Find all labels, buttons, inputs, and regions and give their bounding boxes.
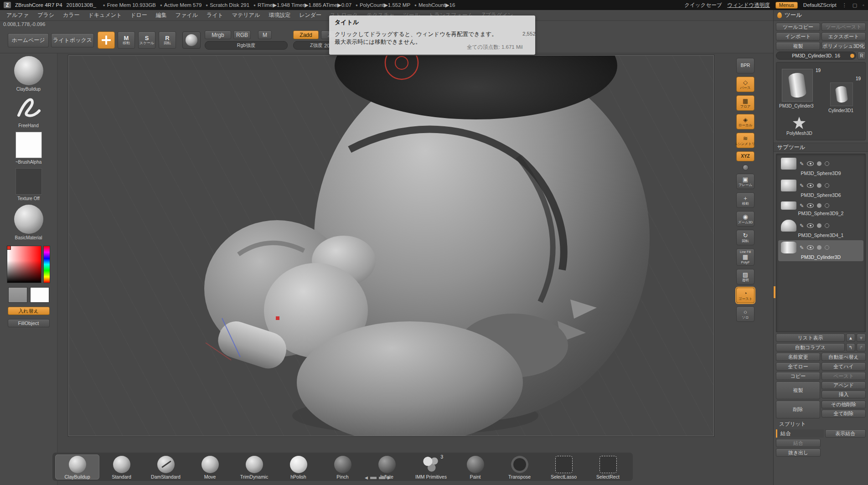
active-tool-slider[interactable]: PM3D_Cylinder3D. 16 (776, 52, 856, 60)
tray-brush-hpolish[interactable]: hPolish (276, 454, 320, 480)
mrgb-button[interactable]: Mrgb (205, 31, 231, 39)
scroll-handle[interactable] (379, 477, 385, 479)
window-icon[interactable]: ▢ (852, 2, 857, 8)
paint-toggle-icon[interactable] (817, 183, 822, 188)
rgb-button[interactable]: RGB (233, 31, 251, 39)
rename-button[interactable]: 名前変更 (776, 353, 820, 361)
eye-icon[interactable] (807, 161, 814, 166)
tray-tool-selectlasso[interactable]: SelectLasso (542, 454, 586, 480)
sculpt-model[interactable] (69, 56, 714, 436)
current-stroke-thumbnail[interactable] (14, 95, 43, 122)
hue-strip[interactable] (43, 246, 50, 283)
menu-color[interactable]: カラー (63, 11, 80, 19)
subtool-item[interactable]: ✎ PM3D_Sphere3D9 (778, 156, 863, 177)
paint-toggle-icon[interactable] (817, 203, 822, 208)
mask-toggle-icon[interactable] (825, 161, 829, 166)
paint-toggle-icon[interactable] (817, 161, 822, 166)
collapse-redo-button[interactable]: ↱ (857, 343, 866, 351)
local-symmetry-button[interactable]: ≋ Lシンメトリ (736, 133, 754, 148)
ghost-button[interactable]: ◔ ゴースト (736, 288, 754, 303)
pen-icon[interactable]: ✎ (800, 245, 804, 251)
subtool-item-selected[interactable]: ✎ PM3D_Cylinder3D (778, 240, 863, 261)
circle-icon[interactable]: ◦ (863, 2, 864, 8)
zadd-button[interactable]: Zadd (293, 31, 319, 39)
subtool-up-button[interactable]: ▲ (846, 334, 855, 342)
current-alpha-thumbnail[interactable] (16, 132, 42, 158)
menu-file[interactable]: ファイル (176, 11, 198, 19)
rotate-view-button[interactable]: ↻ 回転 (736, 230, 754, 245)
current-texture-thumbnail[interactable] (16, 168, 42, 195)
menu-light[interactable]: ライト (207, 11, 223, 19)
tray-scroll-controls[interactable]: ◀ ▶ (365, 475, 391, 480)
merge-visible-button[interactable]: 表示結合 (825, 429, 866, 438)
tray-brush-move[interactable]: Move (188, 454, 232, 480)
menus-toggle-button[interactable]: Menus (775, 2, 798, 9)
pen-icon[interactable]: ✎ (800, 223, 804, 229)
tray-tool-transpose[interactable]: Transpose (497, 454, 542, 480)
paste-subtool-button[interactable]: ペースト (822, 372, 866, 380)
homepage-button[interactable]: ホームページ (8, 33, 49, 47)
mask-toggle-icon[interactable] (825, 245, 829, 250)
current-brush-thumbnail[interactable] (14, 56, 43, 85)
scale-mode-button[interactable]: S スケール (138, 31, 155, 49)
main-color-swatch[interactable] (30, 287, 49, 303)
mask-toggle-icon[interactable] (825, 183, 829, 188)
solo-button[interactable]: ○ ソロ (736, 306, 754, 322)
tray-brush-pinch[interactable]: Pinch (320, 454, 365, 480)
subtool-thumbnail[interactable] (781, 180, 796, 191)
menu-dots-icon[interactable]: ⋮ (842, 2, 847, 8)
tool-paste-button[interactable]: ツールペースト (822, 23, 866, 31)
subtool-down-button[interactable]: ▼ (857, 334, 866, 342)
color-picker[interactable] (7, 246, 50, 283)
auto-sort-button[interactable]: 自動並べ替え (822, 353, 866, 361)
second-tool-thumbnail[interactable] (830, 83, 853, 106)
current-material-thumbnail[interactable] (14, 205, 43, 234)
switch-color-button[interactable]: 入れ替え (8, 307, 50, 315)
secondary-color-swatch[interactable] (8, 287, 27, 303)
quicksave-button[interactable]: クイックセーブ (684, 2, 722, 9)
pan-button[interactable]: ＋ 移動 (736, 192, 754, 208)
merge-section-label[interactable]: 結合 (776, 429, 824, 438)
r-button[interactable]: R (858, 52, 866, 60)
scroll-left-icon[interactable]: ◀ (365, 475, 368, 480)
lightbox-button[interactable]: ライトボックス (51, 33, 94, 47)
menu-brush[interactable]: ブラシ (37, 11, 54, 19)
menu-render[interactable]: レンダー (299, 11, 321, 19)
collapse-undo-button[interactable]: ↰ (846, 343, 855, 351)
tray-brush-standard[interactable]: Standard (99, 454, 144, 480)
tray-brush-imm-primitives[interactable]: 3 IMM Primitives (409, 454, 453, 480)
frame-button[interactable]: ▣ フレーム (736, 174, 754, 189)
make-polymesh3d-button[interactable]: ポリメッシュ3D化 (822, 42, 866, 50)
menu-draw[interactable]: ドロー (130, 11, 147, 19)
menu-material[interactable]: マテリアル (232, 11, 260, 19)
floor-button[interactable]: ▦ フロア (736, 95, 754, 111)
tray-brush-damstandard[interactable]: DamStandard (144, 454, 188, 480)
polymesh3d-tool[interactable]: PolyMesh3D (786, 116, 812, 136)
extract-button[interactable]: 抜き出し (776, 449, 821, 457)
tray-brush-paint[interactable]: Paint (453, 454, 497, 480)
copy-subtool-button[interactable]: コピー (776, 372, 820, 380)
pen-icon[interactable]: ✎ (800, 161, 804, 167)
pen-icon[interactable]: ✎ (800, 203, 804, 209)
tray-brush-claybuildup[interactable]: ClayBuildup (55, 454, 99, 480)
active-tool-thumbnail[interactable] (782, 69, 813, 102)
eye-icon[interactable] (807, 245, 814, 250)
draw-mode-button[interactable] (98, 31, 115, 49)
rgb-intensity-slider[interactable]: Rgb強度 (205, 41, 288, 50)
tray-tool-selectrect[interactable]: SelectRect (586, 454, 630, 480)
export-button[interactable]: エクスポート (822, 32, 866, 41)
delete-all-button[interactable]: 全て削除 (822, 410, 866, 418)
subtool-item[interactable]: ✎ PM3D_Sphere3D6 (778, 178, 863, 199)
all-high-button[interactable]: 全てハイ (822, 362, 866, 371)
polyframe-button[interactable]: Line Fill ▦ PolyF (736, 248, 754, 266)
menu-preferences[interactable]: 環境設定 (269, 11, 290, 19)
subtool-item[interactable]: ✎ PM3D_Sphere3D4_1 (778, 218, 863, 239)
all-low-button[interactable]: 全てロー (776, 362, 820, 371)
zoom3d-button[interactable]: ◉ ズーム3D (736, 211, 754, 227)
menu-document[interactable]: ドキュメント (88, 11, 122, 19)
local-button[interactable]: ◈ ローカル (736, 114, 754, 129)
default-zscript-button[interactable]: DefaultZScript (803, 2, 837, 8)
m-button[interactable]: M (258, 31, 272, 39)
subtool-item[interactable]: ✎ PM3D_Sphere3D9_2 (778, 200, 863, 217)
rotate-mode-button[interactable]: R 回転 (159, 31, 176, 49)
